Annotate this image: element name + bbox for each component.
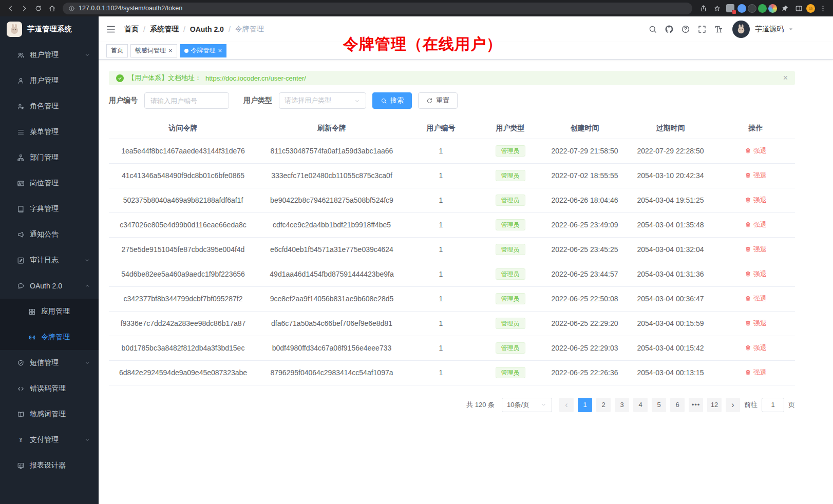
pagination-page-12[interactable]: 12	[707, 398, 722, 412]
sidebar-item-dept[interactable]: 部门管理	[0, 145, 99, 170]
expire-time-cell: 2054-03-04 00:15:59	[624, 311, 716, 336]
prev-page-button[interactable]: ‹	[559, 398, 574, 412]
alert-text: 【用户体系】文档地址：	[128, 73, 201, 83]
sidebar-collapse-button[interactable]	[106, 24, 116, 34]
breadcrumb-item[interactable]: 首页	[124, 25, 139, 34]
sidebar-item-sms[interactable]: 短信管理	[0, 350, 99, 376]
pagination-page-3[interactable]: 3	[615, 398, 629, 412]
pin-icon[interactable]	[779, 2, 791, 14]
share-icon[interactable]	[697, 2, 709, 14]
next-page-button[interactable]: ›	[726, 398, 740, 412]
sidebar-item-label: 用户管理	[30, 76, 59, 85]
extension-icon[interactable]	[758, 4, 767, 13]
username[interactable]: 芋道源码	[755, 25, 784, 34]
sidebar-item-tenant[interactable]: 租户管理	[0, 42, 99, 68]
action-cell: 强退	[716, 311, 795, 336]
close-icon[interactable]: ×	[218, 47, 222, 54]
sidebar-menu: 租户管理用户管理角色管理菜单管理部门管理岗位管理字典管理通知公告审计日志OAut…	[0, 42, 99, 478]
alert-close-icon[interactable]: ×	[783, 74, 788, 82]
user-type-badge: 管理员	[496, 293, 525, 304]
user-type-badge: 管理员	[496, 145, 525, 157]
search-icon[interactable]	[648, 25, 657, 34]
breadcrumb-item[interactable]: OAuth 2.0	[190, 25, 224, 33]
delete-icon	[745, 147, 751, 154]
created-time-cell: 2022-07-02 18:55:55	[545, 163, 624, 188]
sidebar-item-oauth2-app[interactable]: 应用管理	[0, 299, 99, 324]
sidebar-item-user[interactable]: 用户管理	[0, 68, 99, 93]
tree-icon	[17, 154, 25, 162]
reset-button[interactable]: 重置	[418, 92, 458, 109]
browser-menu-icon[interactable]	[817, 2, 829, 14]
extension-icon[interactable]	[748, 4, 756, 13]
user-type-select[interactable]: 请选择用户类型	[279, 92, 366, 109]
sidebar-item-audit-log[interactable]: 审计日志	[0, 247, 99, 273]
force-logout-button[interactable]: 强退	[745, 269, 767, 279]
sidebar-item-oauth2[interactable]: OAuth 2.0	[0, 273, 99, 299]
extension-icon[interactable]	[768, 4, 777, 13]
chevron-down-icon	[354, 98, 361, 104]
column-header: 刷新令牌	[257, 118, 406, 139]
doc-link[interactable]: https://doc.iocoder.cn/user-center/	[205, 74, 306, 82]
sidebar-item-post[interactable]: 岗位管理	[0, 170, 99, 196]
pagination-page-4[interactable]: 4	[633, 398, 648, 412]
app-logo[interactable]: 芋道管理系统	[0, 16, 99, 42]
force-logout-button[interactable]: 强退	[745, 294, 767, 303]
force-logout-button[interactable]: 强退	[745, 196, 767, 205]
browser-back-icon[interactable]	[4, 2, 16, 14]
site-info-icon[interactable]	[68, 5, 75, 12]
force-logout-button[interactable]: 强退	[745, 245, 767, 254]
force-logout-button[interactable]: 强退	[745, 368, 767, 377]
pagination-ellipsis[interactable]: •••	[689, 398, 703, 412]
help-icon[interactable]	[681, 25, 690, 34]
font-size-icon[interactable]	[714, 25, 723, 34]
sidebar-item-error-code[interactable]: 错误码管理	[0, 376, 99, 401]
sidebar-item-report[interactable]: 报表设计器	[0, 453, 99, 478]
page-size-select[interactable]: 10条/页	[502, 398, 552, 412]
sidebar-item-menu[interactable]: 菜单管理	[0, 119, 99, 145]
role-icon	[17, 103, 25, 110]
goto-page-input[interactable]	[762, 398, 784, 412]
avatar[interactable]	[732, 21, 750, 38]
avatar-bunny-icon	[735, 24, 747, 35]
delete-icon	[745, 295, 751, 302]
breadcrumb-separator: /	[229, 25, 231, 33]
sidebar-item-notice[interactable]: 通知公告	[0, 222, 99, 247]
created-time-cell: 2022-06-25 22:26:36	[545, 360, 624, 385]
caret-down-icon[interactable]	[788, 26, 794, 32]
sidebar-item-role[interactable]: 角色管理	[0, 93, 99, 119]
pagination-page-6[interactable]: 6	[670, 398, 685, 412]
fullscreen-icon[interactable]	[697, 25, 707, 34]
pagination-page-5[interactable]: 5	[652, 398, 666, 412]
pagination-page-2[interactable]: 2	[596, 398, 611, 412]
address-bar[interactable]: 127.0.0.1:1024/system/oauth2/token	[63, 3, 692, 14]
bookmark-star-icon[interactable]	[711, 2, 723, 14]
extension-icon[interactable]	[726, 4, 734, 12]
tab-home[interactable]: 首页	[106, 44, 128, 57]
sidebar-item-sensitive-word[interactable]: 敏感词管理	[0, 401, 99, 427]
sidebar-item-dict[interactable]: 字典管理	[0, 196, 99, 222]
sidebar-item-oauth2-token[interactable]: 令牌管理	[0, 324, 99, 350]
extension-icon[interactable]	[737, 4, 746, 13]
browser-home-icon[interactable]	[46, 2, 58, 14]
force-logout-button[interactable]: 强退	[745, 319, 767, 328]
breadcrumb-item[interactable]: 系统管理	[150, 25, 179, 34]
pagination-page-1[interactable]: 1	[578, 398, 592, 412]
profile-avatar[interactable]: ☺	[806, 4, 815, 13]
search-button[interactable]: 搜索	[372, 92, 412, 109]
created-time-cell: 2022-06-25 23:45:25	[545, 237, 624, 262]
force-logout-button[interactable]: 强退	[745, 146, 767, 156]
github-icon[interactable]	[665, 25, 674, 34]
tab-token[interactable]: 令牌管理×	[180, 44, 227, 57]
sidebar-item-label: 短信管理	[30, 358, 59, 367]
force-logout-button[interactable]: 强退	[745, 343, 767, 353]
user-type-cell: 管理员	[476, 163, 545, 188]
browser-reload-icon[interactable]	[32, 2, 44, 14]
sidebar-item-pay[interactable]: ¥支付管理	[0, 427, 99, 453]
tab-sensitive-word[interactable]: 敏感词管理×	[130, 44, 177, 57]
user-id-input[interactable]	[144, 92, 229, 109]
force-logout-button[interactable]: 强退	[745, 220, 767, 229]
side-panel-icon[interactable]	[792, 2, 805, 14]
close-icon[interactable]: ×	[168, 47, 173, 54]
browser-forward-icon[interactable]	[18, 2, 30, 14]
force-logout-button[interactable]: 强退	[745, 171, 767, 180]
